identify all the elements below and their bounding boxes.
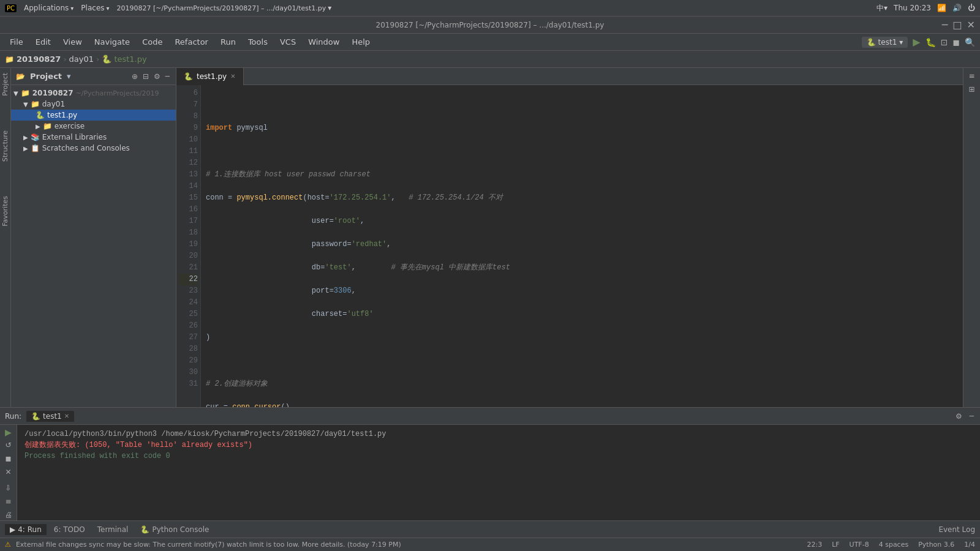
status-right: 22:3 LF UTF-8 4 spaces Python 3.6 1/4 (807, 541, 975, 549)
menu-file[interactable]: File (5, 36, 28, 48)
close-button[interactable]: ✕ (967, 19, 975, 31)
run-tab-name: test1 (43, 412, 62, 421)
system-bar: PC Applications ▾ Places ▾ 20190827 [~/P… (0, 0, 980, 17)
collapse-icon[interactable]: ⊟ (141, 71, 150, 82)
tab-close-button[interactable]: ✕ (230, 73, 235, 80)
python-version[interactable]: Python 3.6 (918, 541, 954, 549)
code-line-14: port=3306, (206, 285, 958, 297)
breadcrumb-root[interactable]: 20190827 (17, 54, 61, 64)
code-line-19: cur = conn.cursor() (206, 402, 958, 407)
volume-icon: 🔊 (952, 4, 962, 12)
minimize-button[interactable]: ─ (942, 19, 948, 31)
code-line-18: # 2.创建游标对象 (206, 378, 958, 390)
run-settings-area: ⚙ ─ (954, 411, 975, 422)
menu-edit[interactable]: Edit (31, 36, 56, 48)
run-button[interactable]: ▶ (913, 36, 920, 48)
stop-button[interactable]: ◼ (952, 37, 960, 47)
run-print-btn[interactable]: 🖨 (4, 509, 13, 520)
sync-icon[interactable]: ⊕ (130, 71, 139, 82)
status-bar: ⚠ External file changes sync may be slow… (0, 538, 980, 551)
run-stop-btn[interactable]: ◼ (4, 453, 13, 464)
hide-icon[interactable]: ─ (164, 71, 171, 82)
code-line-7: import pymysql (206, 122, 958, 134)
menu-help[interactable]: Help (347, 36, 375, 48)
right-tool-1[interactable]: ≡ (967, 70, 976, 81)
root-path: ~/PycharmProjects/2019 (76, 89, 159, 97)
run-play-btn[interactable]: ▶ (5, 427, 12, 437)
bottom-tab-todo[interactable]: 6: TODO (49, 524, 90, 535)
gear-icon[interactable]: ⚙ (153, 71, 162, 82)
run-minimize-icon[interactable]: ─ (968, 411, 975, 422)
run-tab-test1[interactable]: 🐍 test1 ✕ (26, 411, 74, 422)
right-tool-2[interactable]: ⊞ (967, 84, 976, 95)
run-rerun-btn[interactable]: ↺ (4, 440, 12, 451)
code-line-12: password='redhat', (206, 239, 958, 250)
menu-window[interactable]: Window (303, 36, 344, 48)
coverage-button[interactable]: ⊡ (941, 37, 948, 47)
places-chevron: ▾ (107, 5, 110, 12)
tree-item-test1[interactable]: 🐍 test1.py (11, 110, 176, 121)
applications-chevron: ▾ (70, 5, 74, 12)
event-log-tab[interactable]: Event Log (938, 525, 975, 534)
bottom-tabs: ▶ 4: Run 6: TODO Terminal 🐍 Python Conso… (0, 520, 980, 538)
bottom-tab-terminal[interactable]: Terminal (92, 524, 134, 535)
tree-item-day01[interactable]: ▼ 📁 day01 (11, 99, 176, 110)
bottom-tab-python-console[interactable]: 🐍 Python Console (135, 524, 214, 535)
run-tab-label: 4: Run (18, 525, 42, 534)
code-content[interactable]: import pymysql # 1.连接数据库 host user passw… (201, 85, 963, 407)
todo-tab-label: 6: TODO (54, 525, 85, 534)
code-editor[interactable]: 6 7 8 9 10 11 12 13 14 15 16 17 18 19 20… (176, 85, 963, 407)
places-menu[interactable]: Places ▾ (81, 4, 109, 12)
applications-menu[interactable]: Applications ▾ (24, 4, 74, 12)
favorites-side-tab[interactable]: Favorites (0, 191, 10, 231)
structure-side-tab[interactable]: Structure (0, 126, 10, 167)
encoding[interactable]: UTF-8 (850, 541, 869, 549)
menu-refactor[interactable]: Refactor (170, 36, 213, 48)
run-content-area: ▶ ↺ ◼ ✕ ⇩ ≡ 🖨 … /usr/local/python3/bin/p… (0, 425, 980, 520)
line-ending[interactable]: LF (832, 541, 839, 549)
run-config-selector[interactable]: 🐍 test1 ▾ (862, 37, 908, 48)
menu-tools[interactable]: Tools (243, 36, 273, 48)
breadcrumb-folder[interactable]: day01 (69, 54, 94, 64)
code-line-13: db='test', # 事先在mysql 中新建数据库test (206, 262, 958, 274)
project-tree: ▼ 📁 20190827 ~/PycharmProjects/2019 ▼ 📁 … (11, 85, 176, 407)
panel-icons: ⊕ ⊟ ⚙ ─ (130, 71, 171, 82)
tree-item-ext-libs[interactable]: ▶ 📚 External Libraries (11, 132, 176, 143)
tree-item-root[interactable]: ▼ 📁 20190827 ~/PycharmProjects/2019 (11, 88, 176, 99)
code-line-11: user='root', (206, 216, 958, 227)
run-tab-close[interactable]: ✕ (64, 413, 69, 419)
tree-item-exercise[interactable]: ▶ 📁 exercise (11, 121, 176, 132)
menu-run[interactable]: Run (216, 36, 241, 48)
cursor-position[interactable]: 22:3 (807, 541, 822, 549)
maximize-button[interactable]: □ (952, 19, 962, 31)
menu-vcs[interactable]: VCS (275, 36, 301, 48)
expand-icon-extlibs: ▶ (23, 134, 28, 141)
run-close-btn[interactable]: ✕ (4, 467, 12, 478)
run-settings-icon[interactable]: ⚙ (954, 411, 963, 422)
menu-view[interactable]: View (58, 36, 87, 48)
exercise-label: exercise (55, 122, 85, 130)
menu-code[interactable]: Code (137, 36, 167, 48)
breadcrumb-file[interactable]: 🐍 test1.py (102, 54, 146, 64)
status-warning-text: External file changes sync may be slow: … (16, 541, 401, 549)
right-toolbar: ≡ ⊞ (963, 68, 980, 407)
run-filter-btn[interactable]: ≡ (4, 496, 12, 507)
breadcrumb-bar: 📁 20190827 › day01 › 🐍 test1.py (0, 51, 980, 68)
editor-tabs: 🐍 test1.py ✕ (176, 68, 963, 85)
indent[interactable]: 4 spaces (879, 541, 909, 549)
run-scroll-btn[interactable]: ⇩ (4, 482, 12, 493)
search-everywhere-button[interactable]: 🔍 (965, 37, 975, 47)
tree-item-scratches[interactable]: ▶ 📋 Scratches and Consoles (11, 143, 176, 154)
menu-navigate[interactable]: Navigate (89, 36, 135, 48)
run-label: Run: (5, 412, 21, 421)
expand-icon-day01: ▼ (23, 101, 28, 108)
run-tab-icon-bottom: ▶ (10, 525, 15, 534)
page-number: 1/4 (964, 541, 975, 549)
debug-button[interactable]: 🐛 (925, 37, 936, 47)
editor-tab-test1[interactable]: 🐍 test1.py ✕ (176, 68, 244, 85)
pycharm-icon[interactable]: PC (5, 4, 17, 12)
system-tray: 中▾ Thu 20:23 📶 🔊 ⏻ (876, 3, 975, 13)
expand-icon: ▼ (13, 90, 18, 97)
bottom-tab-run[interactable]: ▶ 4: Run (5, 524, 47, 535)
project-side-tab[interactable]: Project (0, 68, 10, 101)
